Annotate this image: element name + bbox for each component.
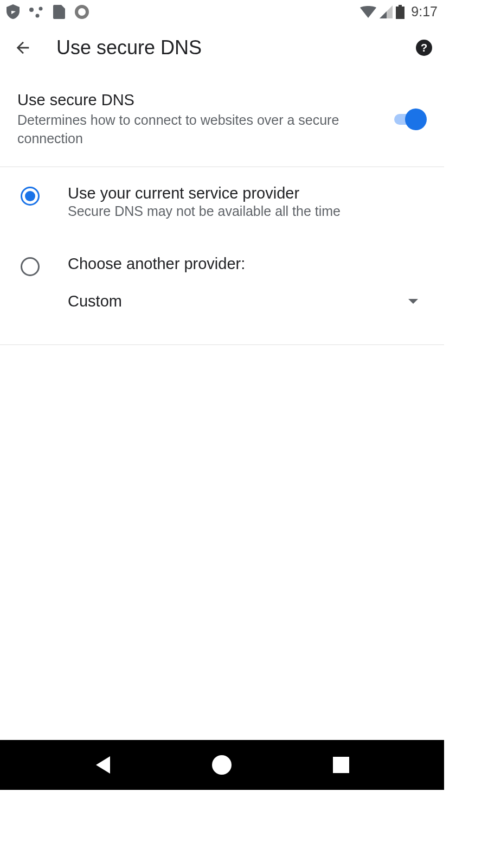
option-text: Use your current service provider Secure… (68, 184, 427, 219)
svg-rect-4 (396, 7, 404, 19)
toggle-title: Use secure DNS (17, 91, 373, 109)
secure-dns-toggle-section[interactable]: Use secure DNS Determines how to connect… (0, 72, 444, 167)
svg-rect-3 (399, 5, 402, 7)
option-title: Use your current service provider (68, 184, 427, 202)
nav-back-button[interactable] (81, 743, 125, 787)
svg-point-1 (39, 7, 43, 10)
radio-selected-icon (21, 187, 40, 206)
radio-unselected-icon (21, 257, 40, 276)
option-description: Secure DNS may not be available all the … (68, 203, 427, 219)
nav-recent-button[interactable] (319, 743, 363, 787)
svg-point-0 (29, 8, 34, 12)
dropdown-selected-label: Custom (68, 292, 408, 310)
toggle-section-text: Use secure DNS Determines how to connect… (17, 91, 394, 148)
page-title: Use secure DNS (56, 36, 416, 59)
nav-home-button[interactable] (200, 743, 243, 787)
status-left-icons (7, 4, 89, 19)
option-use-current-provider[interactable]: Use your current service provider Secure… (0, 177, 444, 227)
square-recent-icon (333, 757, 349, 773)
battery-icon (396, 5, 404, 19)
question-mark-icon: ? (421, 42, 427, 54)
triangle-back-icon (96, 756, 110, 774)
provider-options-section: Use your current service provider Secure… (0, 167, 444, 345)
chevron-down-icon (408, 299, 418, 304)
toggle-knob (405, 108, 427, 130)
status-time: 9:17 (411, 4, 438, 20)
app-bar: Use secure DNS ? (0, 23, 444, 72)
option-choose-another-provider[interactable]: Choose another provider: (0, 247, 444, 284)
option-text: Choose another provider: (68, 255, 427, 274)
help-button[interactable]: ? (416, 40, 432, 56)
arrow-left-icon (14, 39, 32, 57)
toggle-description: Determines how to connect to websites ov… (17, 111, 373, 148)
shield-icon (7, 4, 20, 19)
wifi-icon (360, 6, 376, 18)
dots-icon (29, 6, 43, 18)
navigation-bar (0, 740, 444, 790)
provider-dropdown[interactable]: Custom (0, 284, 444, 315)
circle-home-icon (212, 755, 232, 775)
svg-point-2 (36, 14, 40, 17)
option-title: Choose another provider: (68, 255, 427, 273)
status-right-icons: 9:17 (360, 4, 438, 20)
circle-icon (75, 5, 89, 19)
status-bar: 9:17 (0, 0, 444, 23)
cellular-icon (380, 5, 393, 18)
back-button[interactable] (12, 37, 34, 59)
sd-card-icon (53, 5, 65, 19)
secure-dns-toggle[interactable] (394, 108, 427, 130)
